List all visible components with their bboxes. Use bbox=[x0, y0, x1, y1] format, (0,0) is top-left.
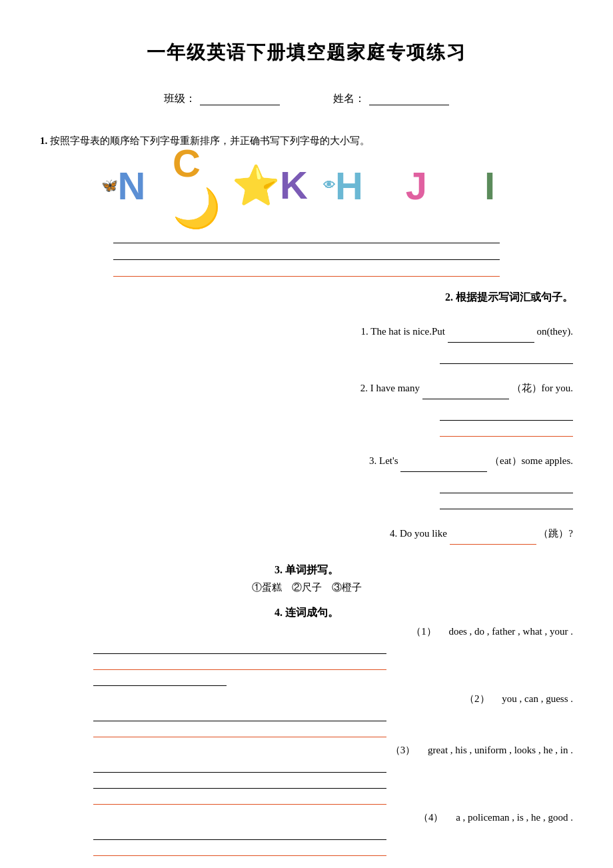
answer-line-3-red bbox=[113, 262, 500, 277]
lianci-q4-line2-red bbox=[93, 841, 386, 856]
section2-q3: 3. Let's （eat）some apples. bbox=[369, 450, 573, 472]
lianci-q1-line2-red bbox=[93, 655, 386, 670]
section2-title: 2. 根据提示写词汇或句子。 bbox=[40, 291, 573, 305]
class-field: 班级： bbox=[164, 92, 280, 106]
q2-answer-line2-red bbox=[440, 422, 573, 437]
info-row: 班级： 姓名： bbox=[40, 92, 573, 106]
name-underline bbox=[369, 93, 449, 105]
q4-text-after: （跳）? bbox=[538, 528, 573, 539]
q1-text-before: The hat is nice.Put bbox=[370, 326, 447, 337]
q4-blank bbox=[450, 533, 536, 545]
class-label: 班级： bbox=[164, 92, 196, 106]
lianci-q1-question: （1） does , do , father , what , your . bbox=[40, 625, 573, 638]
section-1: 1. 按照字母表的顺序给下列字母重新排序，并正确书写下列字母的大小写。 🦋N C… bbox=[40, 133, 573, 279]
name-label: 姓名： bbox=[333, 92, 365, 106]
q3-text-before: Let's bbox=[379, 455, 400, 466]
letter-J: J bbox=[393, 162, 440, 209]
letters-row: 🦋N C🌙 ⭐K 👁H J I bbox=[40, 162, 573, 209]
section4-title: 4. 连词成句。 bbox=[40, 606, 573, 620]
section1-number: 1. bbox=[40, 135, 47, 146]
section1-answer-block bbox=[40, 229, 573, 279]
section3-title: 3. 单词拼写。 bbox=[40, 563, 573, 577]
letter-H: 👁H bbox=[320, 162, 366, 209]
q1-blank bbox=[448, 331, 534, 343]
q3-answer-line2 bbox=[440, 495, 573, 509]
q2-text-after: （花）for you. bbox=[512, 383, 574, 393]
class-underline bbox=[200, 93, 280, 105]
lianci-q3-question: （3） great , his , uniform , looks , he ,… bbox=[40, 744, 573, 757]
lianci-q2-label: （2） bbox=[464, 693, 500, 704]
lianci-q4-line3-red bbox=[93, 857, 386, 868]
q2-text-before: I have many bbox=[370, 383, 422, 393]
wing-left: 🦋 bbox=[101, 177, 118, 193]
lianci-q1-line3 bbox=[93, 671, 227, 686]
lianci-q3-line2 bbox=[93, 774, 386, 789]
section2-q2: 2. I have many （花）for you. bbox=[360, 377, 573, 399]
lianci-q4-label: （4） bbox=[418, 812, 454, 823]
lianci-q3-block: （3） great , his , uniform , looks , he ,… bbox=[40, 744, 573, 806]
lianci-q3-label: （3） bbox=[390, 745, 426, 755]
q2-blank bbox=[422, 387, 509, 399]
lianci-q2-question: （2） you , can , guess . bbox=[40, 693, 573, 705]
lianci-q4-block: （4） a , policeman , is , he , good . bbox=[40, 811, 573, 868]
lianci-q1-answers bbox=[93, 639, 573, 687]
lianci-q4-question: （4） a , policeman , is , he , good . bbox=[40, 811, 573, 824]
section-2: 2. 根据提示写词汇或句子。 1. The hat is nice.Put on… bbox=[40, 291, 573, 551]
q3-text-after: （eat）some apples. bbox=[490, 455, 573, 466]
lianci-q2-line1 bbox=[93, 707, 386, 721]
q1-number: 1. bbox=[361, 326, 371, 337]
q3-number: 3. bbox=[369, 455, 379, 466]
section-4: 4. 连词成句。 （1） does , do , father , what ,… bbox=[40, 606, 573, 868]
lianci-q1-line1 bbox=[93, 639, 386, 654]
section1-instruction: 1. 按照字母表的顺序给下列字母重新排序，并正确书写下列字母的大小写。 bbox=[40, 133, 573, 149]
section-3: 3. 单词拼写。 ①蛋糕 ②尺子 ③橙子 bbox=[40, 563, 573, 594]
lianci-q4-words: a , policeman , is , he , good . bbox=[456, 812, 573, 823]
lianci-q2-words: you , can , guess . bbox=[502, 693, 573, 704]
lianci-q4-line1 bbox=[93, 825, 386, 840]
lianci-q3-answers bbox=[93, 758, 573, 806]
lianci-q1-words: does , do , father , what , your . bbox=[448, 626, 573, 637]
lianci-q3-line1 bbox=[93, 758, 386, 773]
section2-q4: 4. Do you like （跳）? bbox=[390, 523, 573, 545]
answer-line-1 bbox=[113, 229, 500, 243]
lianci-q3-line3-red bbox=[93, 790, 386, 805]
letter-N: 🦋N bbox=[100, 162, 147, 209]
letter-K: ⭐K bbox=[247, 162, 293, 209]
q1-text-after: on(they). bbox=[536, 326, 573, 337]
section2-q1: 1. The hat is nice.Put on(they). bbox=[361, 321, 573, 343]
section3-items: ①蛋糕 ②尺子 ③橙子 bbox=[40, 581, 573, 594]
q2-answer-line1 bbox=[440, 406, 573, 421]
lianci-q1-block: （1） does , do , father , what , your . bbox=[40, 625, 573, 687]
letter-I: I bbox=[466, 162, 513, 209]
q4-number: 4. bbox=[390, 528, 400, 539]
lianci-q3-words: great , his , uniform , looks , he , in … bbox=[428, 745, 573, 755]
q3-blank bbox=[400, 460, 487, 472]
q1-answer-line1 bbox=[440, 349, 573, 364]
page-title: 一年级英语下册填空题家庭专项练习 bbox=[40, 40, 573, 65]
name-field: 姓名： bbox=[333, 92, 449, 106]
lianci-q2-block: （2） you , can , guess . bbox=[40, 693, 573, 739]
q2-number: 2. bbox=[360, 383, 370, 393]
answer-line-2 bbox=[113, 245, 500, 260]
lianci-q1-label: （1） bbox=[411, 626, 446, 637]
lianci-q2-answers bbox=[93, 707, 573, 739]
lianci-q4-answers bbox=[93, 825, 573, 868]
lianci-q2-line2-red bbox=[93, 723, 386, 737]
letter-C: C🌙 bbox=[173, 162, 220, 209]
q4-text-before: Do you like bbox=[400, 528, 447, 539]
q3-answer-line1 bbox=[440, 479, 573, 493]
